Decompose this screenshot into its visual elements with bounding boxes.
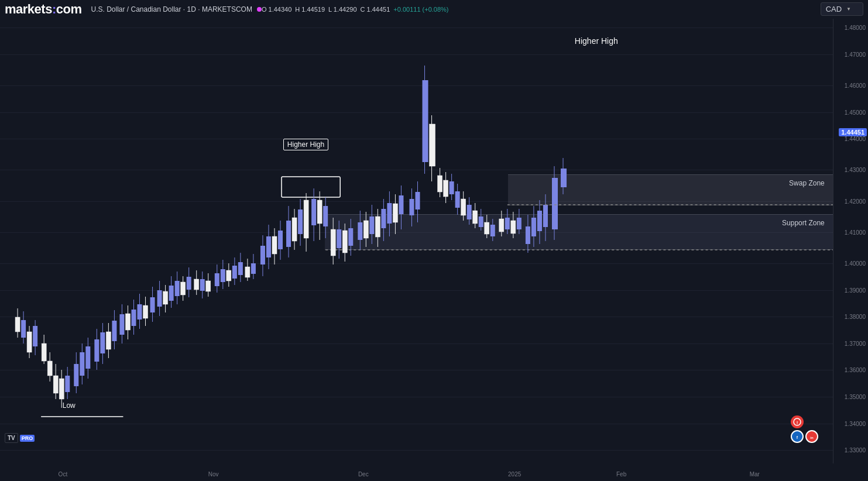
social-icon-1[interactable]: f bbox=[791, 430, 804, 443]
svg-rect-80 bbox=[266, 236, 271, 257]
svg-rect-32 bbox=[112, 321, 116, 341]
svg-rect-110 bbox=[358, 222, 362, 240]
svg-rect-84 bbox=[278, 231, 283, 249]
price-1.43000: 1.43000 bbox=[845, 167, 866, 173]
price-1.42000: 1.42000 bbox=[845, 198, 866, 204]
svg-rect-122 bbox=[393, 204, 397, 222]
svg-rect-118 bbox=[381, 209, 386, 228]
svg-rect-140 bbox=[455, 191, 460, 208]
svg-rect-9 bbox=[42, 343, 46, 361]
svg-rect-18 bbox=[65, 376, 70, 392]
svg-rect-156 bbox=[505, 218, 510, 229]
svg-rect-134 bbox=[438, 176, 442, 192]
svg-rect-24 bbox=[85, 346, 90, 369]
cad-label: CAD bbox=[826, 5, 842, 13]
svg-rect-16 bbox=[59, 379, 64, 399]
candlestick-chart: .cb { fill: #7b85e3; } .cw { fill: #f0f0… bbox=[0, 19, 833, 463]
price-1.47000: 1.47000 bbox=[845, 51, 866, 57]
close-value: C 1.44451 bbox=[361, 6, 390, 13]
svg-rect-124 bbox=[399, 195, 403, 214]
svg-rect-106 bbox=[342, 231, 347, 253]
svg-rect-132 bbox=[430, 124, 435, 166]
svg-rect-114 bbox=[369, 217, 374, 234]
svg-rect-170 bbox=[552, 178, 558, 229]
higher-high-2-text: Higher High bbox=[575, 36, 618, 46]
svg-rect-172 bbox=[561, 169, 567, 187]
cad-currency-button[interactable]: CAD bbox=[821, 2, 863, 16]
svg-rect-164 bbox=[531, 218, 536, 236]
time-feb: Feb bbox=[616, 471, 626, 477]
svg-rect-70 bbox=[232, 266, 237, 279]
time-axis: Oct Nov Dec 2025 Feb Mar bbox=[0, 463, 833, 481]
tradingview-watermark: TV PRO bbox=[5, 433, 35, 443]
pro-badge: PRO bbox=[20, 435, 35, 442]
social-icon-2[interactable]: in bbox=[805, 430, 818, 443]
higher-high-2-label: Higher High bbox=[575, 36, 618, 46]
svg-text:in: in bbox=[810, 436, 814, 439]
price-1.48000: 1.48000 bbox=[845, 25, 866, 31]
svg-rect-112 bbox=[363, 221, 368, 238]
svg-rect-152 bbox=[490, 225, 495, 236]
swap-zone-label: Swap Zone bbox=[789, 179, 825, 187]
svg-rect-54 bbox=[181, 282, 186, 295]
svg-text:!: ! bbox=[797, 420, 798, 425]
svg-rect-13 bbox=[53, 376, 58, 393]
svg-rect-52 bbox=[175, 281, 180, 296]
price-1.44000: 1.44000 bbox=[845, 136, 866, 142]
svg-rect-138 bbox=[450, 181, 454, 194]
svg-rect-44 bbox=[150, 297, 155, 312]
price-1.37000: 1.37000 bbox=[845, 340, 866, 346]
svg-rect-98 bbox=[317, 200, 322, 224]
svg-rect-76 bbox=[251, 263, 256, 274]
svg-rect-68 bbox=[227, 270, 231, 281]
svg-rect-130 bbox=[423, 80, 428, 162]
low-value: L 1.44290 bbox=[328, 6, 357, 13]
time-mar: Mar bbox=[750, 471, 760, 477]
svg-rect-144 bbox=[467, 205, 472, 219]
svg-rect-136 bbox=[444, 180, 448, 197]
svg-rect-108 bbox=[348, 228, 353, 246]
social-icons-container: ! f in bbox=[791, 415, 818, 443]
svg-rect-120 bbox=[387, 203, 392, 224]
svg-rect-146 bbox=[473, 211, 478, 224]
price-1.36000: 1.36000 bbox=[845, 367, 866, 373]
svg-rect-64 bbox=[215, 273, 219, 286]
time-2025: 2025 bbox=[508, 471, 521, 477]
svg-rect-102 bbox=[331, 229, 335, 256]
svg-rect-93 bbox=[304, 200, 308, 238]
svg-rect-91 bbox=[298, 209, 303, 234]
higher-high-1-text: Higher High bbox=[287, 140, 324, 149]
svg-rect-94 bbox=[282, 177, 340, 197]
svg-rect-142 bbox=[461, 199, 466, 215]
svg-rect-87 bbox=[286, 221, 291, 247]
svg-rect-74 bbox=[245, 267, 250, 277]
price-1.46000: 1.46000 bbox=[845, 83, 866, 89]
current-price-label: 1.44451 bbox=[839, 128, 867, 136]
top-bar: markets:com U.S. Dollar / Canadian Dolla… bbox=[0, 0, 868, 19]
time-dec: Dec bbox=[358, 471, 369, 477]
price-1.45000: 1.45000 bbox=[845, 109, 866, 115]
swap-zone-text: Swap Zone bbox=[789, 179, 825, 187]
tv-logo: TV bbox=[5, 433, 18, 443]
svg-rect-96 bbox=[311, 199, 316, 225]
higher-high-1-label: Higher High bbox=[283, 139, 328, 150]
notification-icon[interactable]: ! bbox=[791, 415, 804, 428]
open-value: O 1.44340 bbox=[262, 6, 291, 13]
svg-rect-34 bbox=[119, 314, 124, 335]
change-value: +0.00111 (+0.08%) bbox=[393, 6, 448, 13]
price-1.38000: 1.38000 bbox=[845, 314, 866, 320]
support-zone-label: Support Zone bbox=[782, 219, 825, 227]
svg-rect-42 bbox=[143, 305, 148, 318]
svg-rect-166 bbox=[537, 211, 542, 231]
time-oct: Oct bbox=[59, 471, 68, 477]
logo: markets:com bbox=[5, 2, 81, 17]
price-1.33000: 1.33000 bbox=[845, 447, 866, 453]
svg-rect-62 bbox=[206, 281, 211, 291]
high-value: H 1.44519 bbox=[295, 6, 325, 13]
ohlc-data: O 1.44340 H 1.44519 L 1.44290 C 1.44451 … bbox=[262, 6, 449, 13]
svg-rect-50 bbox=[169, 286, 174, 301]
svg-rect-116 bbox=[375, 217, 380, 237]
svg-rect-148 bbox=[479, 217, 483, 227]
low-label: Low bbox=[63, 401, 76, 410]
svg-rect-38 bbox=[131, 310, 136, 326]
